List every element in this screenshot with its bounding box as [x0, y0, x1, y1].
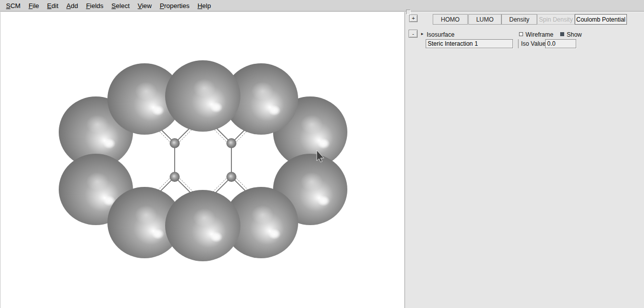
iso-value-input[interactable] — [545, 39, 576, 48]
viewport-3d[interactable] — [0, 12, 405, 308]
show-label[interactable]: Show — [567, 31, 582, 38]
expander-arrow-icon[interactable]: ▸ — [421, 31, 424, 37]
menu-help[interactable]: Help — [193, 2, 215, 10]
menu-edit[interactable]: Edit — [43, 2, 62, 10]
tab-homo[interactable]: HOMO — [433, 14, 468, 25]
tab-density[interactable]: Density — [501, 14, 537, 25]
collapse-isosurface-button[interactable]: - — [409, 30, 418, 38]
menu-add[interactable]: Add — [62, 2, 82, 10]
tab-spin-density: Spin Density — [537, 14, 575, 25]
menu-fields[interactable]: Fields — [82, 2, 107, 10]
atom-spheres — [170, 138, 236, 182]
properties-panel: + HOMO LUMO Density Spin Density Coulomb… — [405, 12, 644, 308]
menu-view[interactable]: View — [134, 2, 156, 10]
add-field-button[interactable]: + — [409, 15, 418, 22]
isosurface-name-input[interactable] — [426, 39, 513, 48]
wireframe-label[interactable]: Wireframe — [526, 31, 553, 38]
sash-grip-icon[interactable] — [406, 10, 411, 15]
iso-value-label: Iso Value — [518, 39, 546, 48]
show-checkbox[interactable] — [560, 32, 564, 36]
wireframe-checkbox[interactable] — [519, 32, 523, 36]
tab-lumo[interactable]: LUMO — [468, 14, 501, 25]
menu-file[interactable]: File — [25, 2, 43, 10]
menu-bar: SCM File Edit Add Fields Select View Pro… — [0, 0, 644, 12]
menu-select[interactable]: Select — [107, 2, 134, 10]
menu-properties[interactable]: Properties — [156, 2, 193, 10]
menu-scm[interactable]: SCM — [2, 2, 25, 10]
molecule-scene — [1, 12, 405, 308]
isosurface-label: Isosurface — [427, 31, 454, 38]
tab-coulomb-potential[interactable]: Coulomb Potential — [575, 14, 627, 25]
isosurface-lobes — [59, 60, 347, 261]
